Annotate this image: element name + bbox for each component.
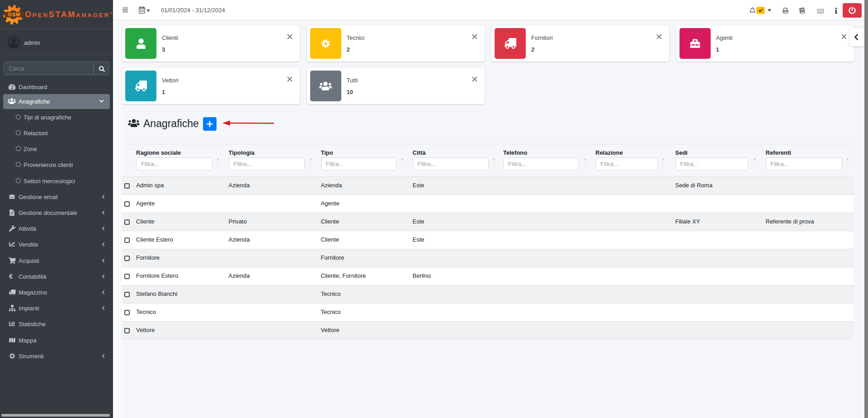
svg-text:OSM: OSM bbox=[8, 12, 20, 17]
